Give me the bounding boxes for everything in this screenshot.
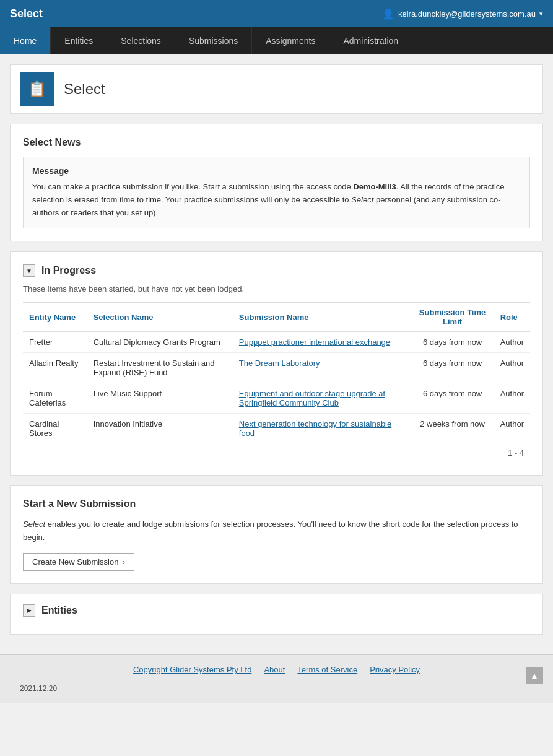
chevron-down-icon: ▾: [539, 10, 543, 18]
collapse-icon[interactable]: ▼: [23, 264, 35, 277]
cell-submission[interactable]: Pupppet practioner international exchang…: [233, 332, 411, 353]
nav-item-submissions[interactable]: Submissions: [175, 27, 252, 54]
footer-terms[interactable]: Terms of Service: [297, 665, 357, 674]
in-progress-title: In Progress: [41, 265, 96, 276]
user-menu[interactable]: 👤 keira.dunckley@glidersystems.com.au ▾: [382, 8, 543, 20]
cell-role: Author: [494, 332, 530, 353]
new-submission-title: Start a New Submission: [23, 498, 530, 510]
cell-time-limit: 6 days from now: [411, 383, 494, 414]
cell-role: Author: [494, 353, 530, 383]
app-title: Select: [10, 7, 43, 20]
create-btn-label: Create New Submission: [32, 557, 118, 567]
col-selection: Selection Name: [87, 303, 233, 332]
message-label: Message: [32, 166, 521, 176]
nav-item-selections[interactable]: Selections: [107, 27, 175, 54]
cell-submission[interactable]: Equipment and outdoor stage upgrade at S…: [233, 383, 411, 414]
cell-role: Author: [494, 383, 530, 414]
cell-entity: Alladin Realty: [23, 353, 87, 383]
cell-entity: Forum Cafeterias: [23, 383, 87, 414]
message-text: You can make a practice submission if yo…: [32, 181, 521, 219]
app-icon-symbol: 📋: [28, 80, 46, 98]
user-email: keira.dunckley@glidersystems.com.au: [398, 9, 536, 19]
page-title: Select: [64, 80, 105, 98]
main-nav: Home Entities Selections Submissions Ass…: [0, 27, 553, 54]
app-icon: 📋: [20, 72, 54, 106]
cell-time-limit: 6 days from now: [411, 353, 494, 383]
new-submission-card: Start a New Submission Select enables yo…: [10, 485, 543, 584]
top-bar: Select 👤 keira.dunckley@glidersystems.co…: [0, 0, 553, 27]
cell-selection: Innovation Initiative: [87, 414, 233, 444]
table-row: Alladin Realty Restart Investment to Sus…: [23, 353, 530, 383]
pagination: 1 - 4: [23, 443, 530, 463]
entities-header: ▶ Entities: [23, 604, 530, 617]
cell-role: Author: [494, 414, 530, 444]
user-icon: 👤: [382, 8, 394, 20]
cell-selection: Cultural Diplomacy Grants Program: [87, 332, 233, 353]
in-progress-card: ▼ In Progress These items have been star…: [10, 251, 543, 476]
cell-entity: Fretter: [23, 332, 87, 353]
app-header: 📋 Select: [10, 64, 543, 114]
cell-selection: Live Music Support: [87, 383, 233, 414]
in-progress-header: ▼ In Progress: [23, 264, 530, 277]
news-title: Select News: [23, 137, 530, 148]
entities-section: ▶ Entities: [10, 594, 543, 635]
cell-selection: Restart Investment to Sustain and Expand…: [87, 353, 233, 383]
expand-icon[interactable]: ▶: [23, 604, 35, 617]
cell-time-limit: 6 days from now: [411, 332, 494, 353]
col-time-limit: Submission Time Limit: [411, 303, 494, 332]
footer-about[interactable]: About: [264, 665, 285, 674]
footer-privacy[interactable]: Privacy Policy: [370, 665, 420, 674]
col-entity: Entity Name: [23, 303, 87, 332]
in-progress-description: These items have been started, but have …: [23, 284, 530, 293]
version-text: 2021.12.20: [20, 684, 57, 693]
table-row: Forum Cafeterias Live Music Support Equi…: [23, 383, 530, 414]
page-content: 📋 Select Select News Message You can mak…: [0, 54, 553, 654]
cell-time-limit: 2 weeks from now: [411, 414, 494, 444]
table-row: Fretter Cultural Diplomacy Grants Progra…: [23, 332, 530, 353]
in-progress-table: Entity Name Selection Name Submission Na…: [23, 302, 530, 443]
message-box: Message You can make a practice submissi…: [23, 157, 530, 228]
nav-item-entities[interactable]: Entities: [51, 27, 107, 54]
footer-links: Copyright Glider Systems Pty Ltd About T…: [10, 665, 543, 674]
nav-item-assignments[interactable]: Assignments: [252, 27, 329, 54]
cell-entity: Cardinal Stores: [23, 414, 87, 444]
entities-title: Entities: [41, 605, 77, 616]
news-card: Select News Message You can make a pract…: [10, 124, 543, 241]
nav-item-administration[interactable]: Administration: [329, 27, 412, 54]
footer-copyright[interactable]: Copyright Glider Systems Pty Ltd: [133, 665, 251, 674]
table-row: Cardinal Stores Innovation Initiative Ne…: [23, 414, 530, 444]
col-submission: Submission Name: [233, 303, 411, 332]
create-new-submission-button[interactable]: Create New Submission ›: [23, 553, 134, 571]
nav-item-home[interactable]: Home: [0, 27, 51, 54]
cell-submission[interactable]: The Dream Laboratory: [233, 353, 411, 383]
arrow-right-icon: ›: [122, 557, 124, 567]
new-submission-description: Select enables you to create and lodge s…: [23, 518, 530, 544]
footer-bottom: 2021.12.20: [10, 679, 526, 693]
cell-submission[interactable]: Next generation technology for sustainab…: [233, 414, 411, 444]
scroll-to-top-button[interactable]: ▲: [526, 667, 543, 684]
footer: Copyright Glider Systems Pty Ltd About T…: [0, 654, 553, 703]
col-role: Role: [494, 303, 530, 332]
